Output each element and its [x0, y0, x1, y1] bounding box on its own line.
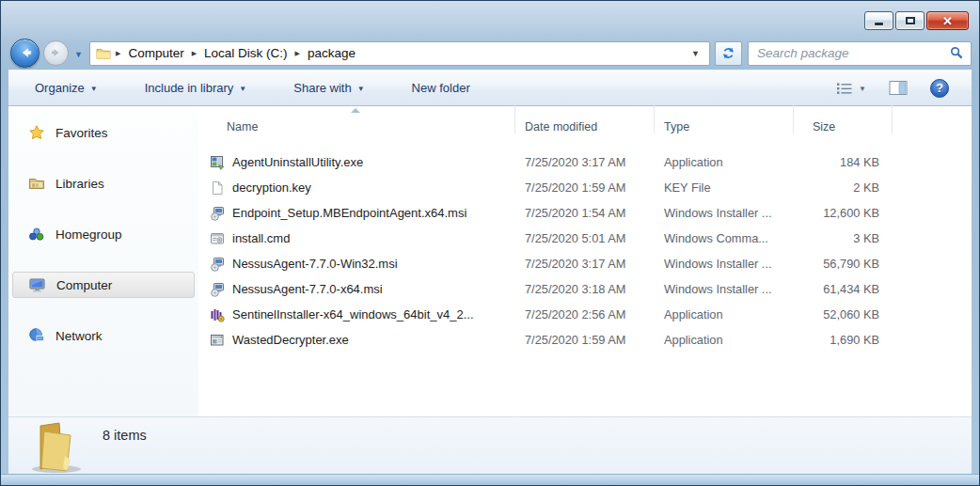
- back-button[interactable]: [10, 39, 40, 68]
- file-size: 2 KB: [794, 180, 893, 195]
- share-with-button[interactable]: Share with ▼: [288, 77, 370, 99]
- caption-buttons: ✕: [864, 11, 969, 30]
- forward-button[interactable]: [43, 40, 69, 66]
- file-date-modified: 7/25/2020 1:59 AM: [515, 333, 655, 347]
- file-name[interactable]: install.cmd: [232, 231, 290, 245]
- file-type: Windows Comma...: [655, 231, 794, 245]
- details-pane: 8 items: [8, 416, 972, 474]
- preview-pane-icon: [889, 80, 908, 96]
- breadcrumb-segment-package[interactable]: package: [305, 44, 358, 62]
- new-folder-button[interactable]: New folder: [406, 77, 476, 99]
- file-row[interactable]: SentinelInstaller-x64_windows_64bit_v4_2…: [198, 302, 972, 327]
- include-in-library-button[interactable]: Include in library ▼: [139, 77, 253, 99]
- views-icon: [836, 81, 853, 96]
- file-type: KEY File: [655, 180, 794, 195]
- command-toolbar: Organize ▼ Include in library ▼ Share wi…: [8, 70, 972, 106]
- breadcrumb-segment-computer[interactable]: Computer: [125, 44, 186, 62]
- address-bar[interactable]: ▶ Computer ▶ Local Disk (C:) ▶ package ▼: [89, 41, 710, 66]
- file-date-modified: 7/25/2020 2:56 AM: [515, 307, 655, 321]
- sidebar-item-computer[interactable]: Computer: [12, 272, 195, 298]
- file-name[interactable]: NessusAgent-7.7.0-x64.msi: [232, 282, 383, 296]
- file-type: Windows Installer ...: [655, 206, 794, 220]
- application-icon: [210, 155, 225, 170]
- chevron-down-icon: ▼: [357, 85, 365, 93]
- minimize-button[interactable]: [864, 11, 893, 30]
- file-name[interactable]: AgentUninstallUtility.exe: [232, 155, 363, 169]
- file-row[interactable]: WastedDecrypter.exe 7/25/2020 1:59 AM Ap…: [198, 327, 972, 353]
- file-size: 56,790 KB: [794, 257, 893, 271]
- file-size: 12,600 KB: [794, 206, 893, 220]
- network-icon: [28, 327, 45, 344]
- app-window-icon: [210, 333, 225, 348]
- file-rows: AgentUninstallUtility.exe 7/25/2020 3:17…: [198, 149, 972, 353]
- file-type: Windows Installer ...: [655, 257, 794, 271]
- breadcrumb-arrow-icon: ▶: [192, 50, 197, 57]
- help-icon: ?: [936, 81, 943, 95]
- history-dropdown[interactable]: ▼: [74, 50, 83, 59]
- help-button[interactable]: ?: [930, 79, 949, 98]
- items-count: 8 items: [103, 428, 147, 443]
- star-icon: [28, 124, 45, 141]
- file-row[interactable]: NessusAgent-7.7.0-x64.msi 7/25/2020 3:18…: [198, 276, 972, 302]
- file-date-modified: 7/25/2020 3:18 AM: [515, 282, 655, 296]
- file-row[interactable]: NessusAgent-7.7.0-Win32.msi 7/25/2020 3:…: [198, 251, 972, 276]
- breadcrumb-arrow-icon: ▶: [295, 50, 300, 57]
- breadcrumb-arrow-icon: ▶: [116, 50, 120, 57]
- maximize-button[interactable]: [895, 11, 925, 30]
- chevron-down-icon: ▼: [90, 85, 98, 93]
- refresh-icon: [721, 46, 735, 60]
- sentinel-installer-icon: [210, 307, 225, 322]
- refresh-button[interactable]: [715, 41, 742, 66]
- column-headers: Name Date modified Type Size: [198, 106, 972, 140]
- file-size: 184 KB: [794, 155, 893, 169]
- title-bar: ✕: [1, 1, 979, 37]
- minimize-icon: [875, 23, 883, 25]
- file-type: Application: [655, 307, 794, 321]
- address-dropdown[interactable]: ▼: [691, 49, 703, 58]
- explorer-window: ✕ ▼ ▶ Computer ▶: [0, 0, 980, 486]
- file-date-modified: 7/25/2020 1:54 AM: [515, 206, 655, 220]
- homegroup-icon: [28, 226, 45, 243]
- chevron-down-icon: ▼: [239, 85, 246, 93]
- search-input[interactable]: [755, 45, 950, 61]
- preview-pane-button[interactable]: [889, 80, 908, 96]
- file-size: 3 KB: [794, 231, 893, 245]
- file-name[interactable]: decryption.key: [232, 180, 311, 195]
- file-name[interactable]: WastedDecrypter.exe: [232, 333, 349, 347]
- file-row[interactable]: install.cmd 7/25/2020 5:01 AM Windows Co…: [198, 226, 972, 251]
- sidebar-item-network[interactable]: Network: [12, 322, 195, 349]
- libraries-icon: [28, 176, 45, 191]
- folder-icon: [96, 47, 111, 60]
- change-view-button[interactable]: ▼: [836, 81, 866, 96]
- sidebar-item-homegroup[interactable]: Homegroup: [12, 221, 195, 247]
- file-date-modified: 7/25/2020 5:01 AM: [515, 231, 655, 245]
- sort-ascending-icon: [351, 108, 360, 113]
- column-header-type[interactable]: Type: [655, 105, 794, 133]
- file-date-modified: 7/25/2020 1:59 AM: [515, 180, 655, 195]
- main-content: Favorites Libraries Homegroup: [8, 106, 972, 416]
- breadcrumb-segment-local-disk[interactable]: Local Disk (C:): [201, 44, 291, 62]
- sidebar-item-libraries[interactable]: Libraries: [12, 170, 195, 196]
- file-row[interactable]: Endpoint_Setup.MBEndpointAgent.x64.msi 7…: [198, 200, 972, 226]
- file-type: Application: [655, 333, 794, 347]
- key-file-icon: [210, 180, 225, 196]
- cmd-file-icon: [210, 231, 225, 246]
- organize-button[interactable]: Organize ▼: [29, 77, 103, 99]
- window-bottom-frame: [1, 474, 979, 485]
- sidebar-item-favorites[interactable]: Favorites: [12, 119, 195, 146]
- installer-icon: [210, 257, 225, 272]
- file-row[interactable]: AgentUninstallUtility.exe 7/25/2020 3:17…: [198, 149, 972, 175]
- forward-arrow-icon: [50, 46, 63, 59]
- file-size: 52,060 KB: [794, 307, 893, 321]
- close-button[interactable]: ✕: [926, 11, 969, 30]
- file-name[interactable]: NessusAgent-7.7.0-Win32.msi: [232, 257, 398, 271]
- file-size: 61,434 KB: [794, 282, 893, 296]
- column-header-size[interactable]: Size: [794, 105, 893, 133]
- navigation-pane: Favorites Libraries Homegroup: [8, 106, 198, 416]
- nav-buttons: ▼: [8, 39, 89, 69]
- file-name[interactable]: Endpoint_Setup.MBEndpointAgent.x64.msi: [232, 206, 466, 220]
- column-header-date-modified[interactable]: Date modified: [515, 105, 655, 133]
- file-row[interactable]: decryption.key 7/25/2020 1:59 AM KEY Fil…: [198, 175, 972, 200]
- search-icon: [950, 46, 964, 60]
- file-name[interactable]: SentinelInstaller-x64_windows_64bit_v4_2…: [232, 307, 474, 321]
